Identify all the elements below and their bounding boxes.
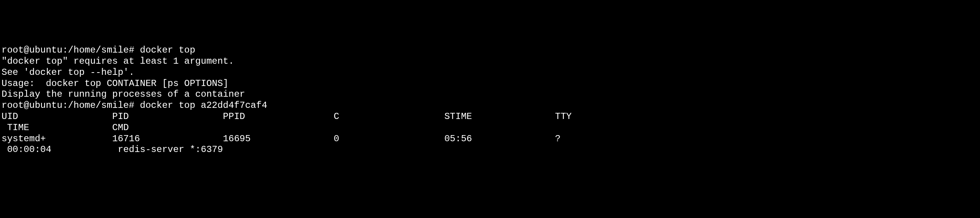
prompt: root@ubuntu:/home/smile# — [2, 45, 140, 55]
terminal-line: Usage: docker top CONTAINER [ps OPTIONS] — [2, 78, 978, 89]
terminal-line: root@ubuntu:/home/smile# docker top — [2, 45, 978, 56]
command: docker top — [140, 45, 195, 55]
command: docker top a22dd4f7caf4 — [140, 100, 267, 111]
terminal-output[interactable]: root@ubuntu:/home/smile# docker top"dock… — [2, 45, 978, 155]
terminal-line: Display the running processes of a conta… — [2, 89, 978, 100]
terminal-line: See 'docker top --help'. — [2, 67, 978, 78]
table-row: 00:00:04 redis-server *:6379 — [2, 144, 978, 155]
table-header-line: UID PID PPID C STIME TTY — [2, 111, 978, 122]
table-header-line: TIME CMD — [2, 122, 978, 134]
terminal-line: "docker top" requires at least 1 argumen… — [2, 56, 978, 67]
table-row: systemd+ 16716 16695 0 05:56 ? — [2, 134, 978, 145]
terminal-line: root@ubuntu:/home/smile# docker top a22d… — [2, 100, 978, 111]
prompt: root@ubuntu:/home/smile# — [2, 100, 140, 111]
